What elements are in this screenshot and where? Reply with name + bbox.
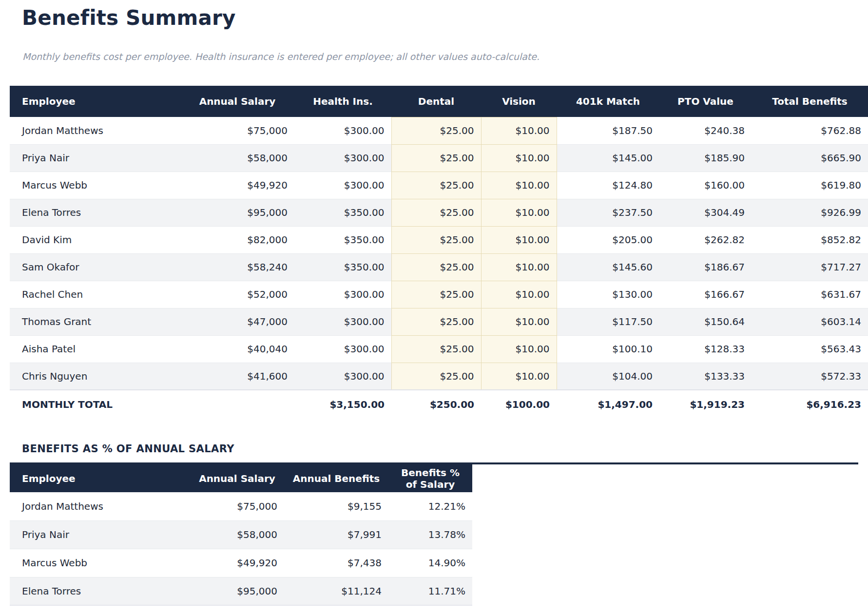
column-header-benefits-percent: Benefits % of Salary <box>388 464 472 492</box>
401k-match-cell: $237.50 <box>557 199 659 226</box>
percent-table: Employee Annual Salary Annual Benefits B… <box>10 464 472 606</box>
annual-salary-cell: $49,920 <box>190 549 284 577</box>
annual-salary-cell: $82,000 <box>180 226 294 253</box>
pto-value-cell: $240.38 <box>659 117 752 144</box>
dental-input-cell[interactable]: $25.00 <box>391 117 481 144</box>
benefits-summary-page: Benefits Summary Monthly benefits cost p… <box>0 6 868 606</box>
column-header-employee: Employee <box>10 464 190 492</box>
total-benefits-cell: $572.33 <box>752 363 868 390</box>
401k-match-cell: $145.00 <box>557 144 659 172</box>
benefits-table-header: Employee Annual Salary Health Ins. Denta… <box>10 86 868 117</box>
table-row: Jordan Matthews$75,000$300.00$25.00$10.0… <box>10 117 868 144</box>
total-dental-cell: $250.00 <box>391 390 481 418</box>
dental-input-cell[interactable]: $25.00 <box>391 363 481 390</box>
benefits-table: Employee Annual Salary Health Ins. Denta… <box>10 86 868 418</box>
dental-input-cell[interactable]: $25.00 <box>391 308 481 335</box>
401k-match-cell: $187.50 <box>557 117 659 144</box>
table-row: Priya Nair$58,000$300.00$25.00$10.00$145… <box>10 144 868 172</box>
total-benefits-cell: $852.82 <box>752 226 868 253</box>
employee-name-cell: Jordan Matthews <box>10 492 190 520</box>
annual-salary-cell: $95,000 <box>190 577 284 605</box>
employee-name-cell: Priya Nair <box>10 144 180 172</box>
benefits-percent-cell: 13.78% <box>388 520 472 549</box>
dental-input-cell[interactable]: $25.00 <box>391 226 481 253</box>
total-pto-value-cell: $1,919.23 <box>659 390 752 418</box>
dental-input-cell[interactable]: $25.00 <box>391 172 481 199</box>
page-title: Benefits Summary <box>22 6 858 30</box>
column-header-total-benefits: Total Benefits <box>752 86 868 117</box>
header-row: Employee Annual Salary Health Ins. Denta… <box>10 86 868 117</box>
employee-name-cell: Aisha Patel <box>10 335 180 363</box>
vision-input-cell[interactable]: $10.00 <box>481 226 557 253</box>
dental-input-cell[interactable]: $25.00 <box>391 281 481 308</box>
annual-benefits-cell: $11,124 <box>284 577 388 605</box>
employee-name-cell: David Kim <box>10 226 180 253</box>
401k-match-cell: $124.80 <box>557 172 659 199</box>
401k-match-cell: $205.00 <box>557 226 659 253</box>
monthly-total-row: MONTHLY TOTAL $3,150.00 $250.00 $100.00 … <box>10 390 868 418</box>
employee-name-cell: Marcus Webb <box>10 549 190 577</box>
pto-value-cell: $262.82 <box>659 226 752 253</box>
vision-input-cell[interactable]: $10.00 <box>481 144 557 172</box>
table-row: Chris Nguyen$41,600$300.00$25.00$10.00$1… <box>10 363 868 390</box>
pto-value-cell: $128.33 <box>659 335 752 363</box>
annual-benefits-cell: $7,438 <box>284 549 388 577</box>
401k-match-cell: $117.50 <box>557 308 659 335</box>
dental-input-cell[interactable]: $25.00 <box>391 253 481 281</box>
dental-input-cell[interactable]: $25.00 <box>391 199 481 226</box>
total-benefits-cell: $603.14 <box>752 308 868 335</box>
monthly-total-label: MONTHLY TOTAL <box>10 390 180 418</box>
annual-salary-cell: $40,040 <box>180 335 294 363</box>
vision-input-cell[interactable]: $10.00 <box>481 281 557 308</box>
total-benefits-cell: $619.80 <box>752 172 868 199</box>
total-benefits-cell: $665.90 <box>752 144 868 172</box>
annual-salary-cell: $49,920 <box>180 172 294 199</box>
pto-value-cell: $166.67 <box>659 281 752 308</box>
employee-name-cell: Priya Nair <box>10 520 190 549</box>
column-header-health-ins: Health Ins. <box>294 86 391 117</box>
annual-salary-cell: $47,000 <box>180 308 294 335</box>
pto-value-cell: $304.49 <box>659 199 752 226</box>
vision-input-cell[interactable]: $10.00 <box>481 363 557 390</box>
table-row: Marcus Webb$49,920$7,43814.90% <box>10 549 472 577</box>
column-header-annual-benefits: Annual Benefits <box>284 464 388 492</box>
table-row: Thomas Grant$47,000$300.00$25.00$10.00$1… <box>10 308 868 335</box>
column-header-401k-match: 401k Match <box>557 86 659 117</box>
health-ins-cell: $300.00 <box>294 363 391 390</box>
employee-name-cell: Elena Torres <box>10 199 180 226</box>
employee-name-cell: Marcus Webb <box>10 172 180 199</box>
pto-value-cell: $133.33 <box>659 363 752 390</box>
vision-input-cell[interactable]: $10.00 <box>481 199 557 226</box>
vision-input-cell[interactable]: $10.00 <box>481 308 557 335</box>
vision-input-cell[interactable]: $10.00 <box>481 335 557 363</box>
vision-input-cell[interactable]: $10.00 <box>481 172 557 199</box>
dental-input-cell[interactable]: $25.00 <box>391 144 481 172</box>
column-header-vision: Vision <box>481 86 557 117</box>
percent-table-body: Jordan Matthews$75,000$9,15512.21%Priya … <box>10 492 472 605</box>
401k-match-cell: $100.10 <box>557 335 659 363</box>
employee-name-cell: Rachel Chen <box>10 281 180 308</box>
total-benefits-cell: $563.43 <box>752 335 868 363</box>
benefits-table-body: Jordan Matthews$75,000$300.00$25.00$10.0… <box>10 117 868 390</box>
employee-name-cell: Sam Okafor <box>10 253 180 281</box>
health-ins-cell: $300.00 <box>294 144 391 172</box>
total-benefits-cell: $717.27 <box>752 253 868 281</box>
table-row: Jordan Matthews$75,000$9,15512.21% <box>10 492 472 520</box>
health-ins-cell: $350.00 <box>294 199 391 226</box>
page-subtitle: Monthly benefits cost per employee. Heal… <box>22 51 858 62</box>
annual-salary-cell: $58,000 <box>180 144 294 172</box>
total-benefits-cell: $6,916.23 <box>752 390 868 418</box>
dental-input-cell[interactable]: $25.00 <box>391 335 481 363</box>
health-ins-cell: $300.00 <box>294 281 391 308</box>
vision-input-cell[interactable]: $10.00 <box>481 253 557 281</box>
annual-salary-cell: $52,000 <box>180 281 294 308</box>
percent-section-heading: BENEFITS AS % OF ANNUAL SALARY <box>22 442 858 455</box>
table-row: Priya Nair$58,000$7,99113.78% <box>10 520 472 549</box>
health-ins-cell: $350.00 <box>294 226 391 253</box>
vision-input-cell[interactable]: $10.00 <box>481 117 557 144</box>
health-ins-cell: $300.00 <box>294 308 391 335</box>
health-ins-cell: $300.00 <box>294 172 391 199</box>
table-row: Marcus Webb$49,920$300.00$25.00$10.00$12… <box>10 172 868 199</box>
benefits-table-footer: MONTHLY TOTAL $3,150.00 $250.00 $100.00 … <box>10 390 868 418</box>
table-row: Rachel Chen$52,000$300.00$25.00$10.00$13… <box>10 281 868 308</box>
